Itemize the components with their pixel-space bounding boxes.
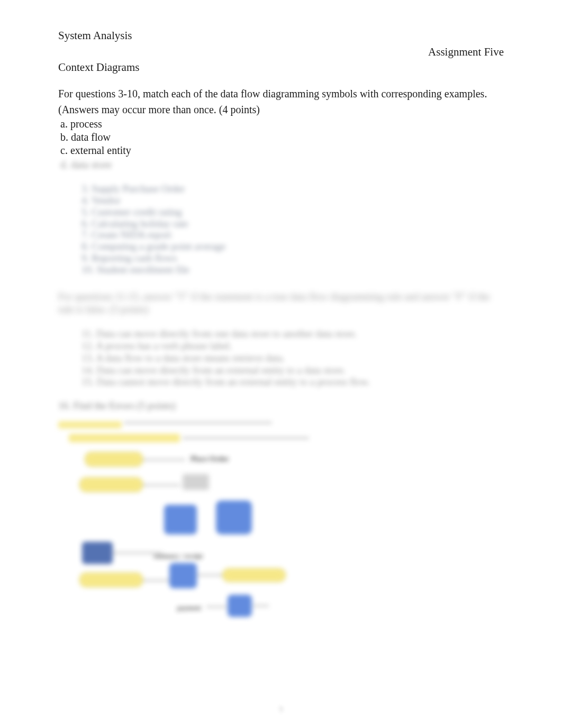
diagram-label-top: Place Order [191,455,229,463]
diagram-process-4 [228,595,252,617]
highlight-strip-1 [58,421,122,429]
q5: 5. Customer credit rating [81,206,504,218]
question-list-3-10: 3. Supply Purchase Order 4. Vendor 5. Cu… [81,183,504,276]
q7: 7. Create NIDA report [81,229,504,241]
conn-6 [206,606,226,607]
q14: 14. Data can move directly from an exter… [81,365,504,377]
instructions-line-1: For questions 3-10, match each of the da… [58,87,504,101]
context-diagram: Place Order summary / receipt payment [69,452,323,632]
option-a: a. process [60,117,504,131]
question-list-11-15: 11. Data can move directly from one data… [81,328,504,388]
assignment-title: Assignment Five [428,46,504,59]
diagram-grey-block [183,474,209,490]
section-16-heading: 16. Find the Errors (5 points) [58,400,504,412]
highlight-strip-2 [69,434,180,442]
diagram-entity-second [79,477,143,492]
diagram-entity-right [222,568,286,582]
diagram-process-3 [169,563,197,588]
page-number: 9 [279,705,283,714]
q15: 15. Data cannot move directly from an ex… [81,376,504,388]
q12: 12. A process has a verb phrase label. [81,340,504,352]
conn-7 [253,605,269,606]
conn-2 [143,485,180,486]
conn-3 [112,552,162,553]
q3: 3. Supply Purchase Order [81,183,504,195]
option-d: d. data store [60,158,504,171]
q8: 8. Computing a grade point average [81,241,504,252]
instructions-line-2: (Answers may occur more than once. (4 po… [58,103,504,116]
topic-title: Context Diagrams [58,61,504,74]
conn-5 [197,575,222,576]
diagram-entity-top-left [85,452,143,467]
option-b: b. data flow [60,131,504,144]
course-title: System Analysis [58,29,504,42]
instructions-11-15: For questions 11-15, answer "T" if the s… [58,290,504,316]
q10: 10. Student enrollment file [81,264,504,276]
q13: 13. A data flow to a data store means re… [81,352,504,365]
q6: 6. Calculating holiday rate [81,218,504,230]
conn-1 [143,459,185,460]
underline-2 [182,436,309,440]
underline-1 [124,421,272,424]
diagram-store-left [82,542,113,564]
diagram-entity-bottom-left [79,572,143,587]
diagram-label-bottom: payment [177,604,201,612]
option-c: c. external entity [60,144,504,157]
q11: 11. Data can move directly from one data… [81,328,504,340]
diagram-label-middle: summary / receipt [153,552,203,560]
q4: 4. Vendor [81,195,504,206]
conn-4 [143,580,169,581]
diagram-process-2 [216,501,252,534]
diagram-process-1 [164,505,197,534]
q9: 9. Reporting cash flows [81,252,504,264]
